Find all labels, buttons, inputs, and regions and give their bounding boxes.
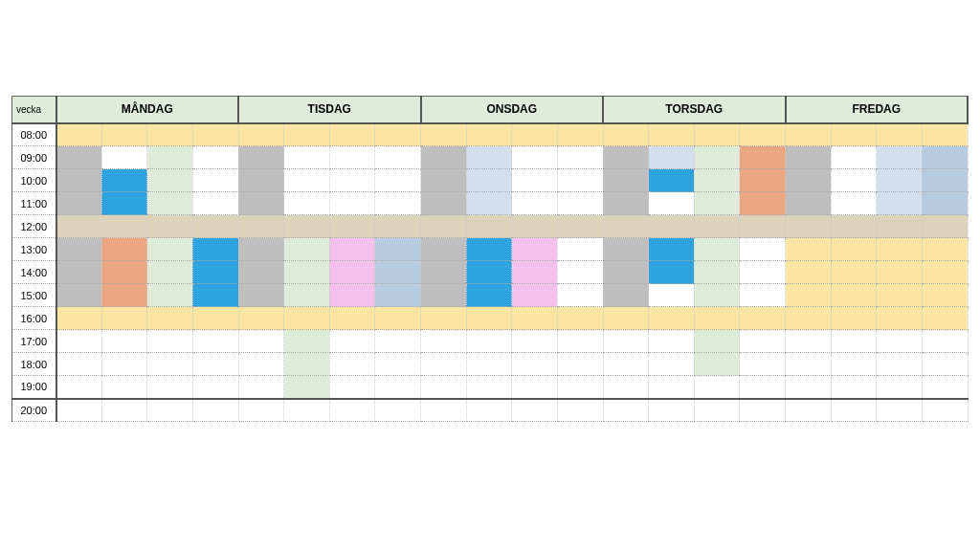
schedule-cell[interactable] [466,261,512,284]
schedule-cell[interactable] [740,192,786,215]
schedule-cell[interactable] [56,399,102,422]
schedule-cell[interactable] [147,330,193,353]
schedule-cell[interactable] [101,307,147,330]
schedule-cell[interactable] [101,215,147,238]
schedule-cell[interactable] [603,284,649,307]
schedule-cell[interactable] [649,192,695,215]
schedule-cell[interactable] [375,330,421,353]
schedule-cell[interactable] [694,215,740,238]
schedule-cell[interactable] [922,353,968,376]
schedule-cell[interactable] [649,399,695,422]
schedule-cell[interactable] [56,353,102,376]
schedule-cell[interactable] [101,376,147,399]
schedule-cell[interactable] [238,284,284,307]
schedule-cell[interactable] [238,261,284,284]
schedule-cell[interactable] [284,238,330,261]
schedule-cell[interactable] [192,123,238,146]
schedule-cell[interactable] [740,330,786,353]
schedule-cell[interactable] [284,284,330,307]
schedule-cell[interactable] [329,399,375,422]
schedule-cell[interactable] [740,399,786,422]
schedule-cell[interactable] [877,399,923,422]
schedule-cell[interactable] [877,215,923,238]
schedule-cell[interactable] [192,376,238,399]
schedule-cell[interactable] [192,261,238,284]
schedule-cell[interactable] [557,169,603,192]
schedule-cell[interactable] [740,146,786,169]
schedule-cell[interactable] [192,146,238,169]
schedule-cell[interactable] [512,238,558,261]
schedule-cell[interactable] [694,330,740,353]
schedule-cell[interactable] [649,146,695,169]
schedule-cell[interactable] [649,330,695,353]
schedule-cell[interactable] [284,169,330,192]
schedule-cell[interactable] [147,261,193,284]
schedule-cell[interactable] [101,238,147,261]
schedule-cell[interactable] [740,376,786,399]
schedule-cell[interactable] [786,192,832,215]
schedule-cell[interactable] [238,169,284,192]
schedule-cell[interactable] [421,284,467,307]
schedule-cell[interactable] [147,215,193,238]
schedule-cell[interactable] [649,307,695,330]
schedule-cell[interactable] [831,353,877,376]
schedule-cell[interactable] [466,123,512,146]
schedule-cell[interactable] [375,146,421,169]
schedule-cell[interactable] [694,146,740,169]
schedule-cell[interactable] [831,215,877,238]
schedule-cell[interactable] [512,169,558,192]
schedule-cell[interactable] [512,399,558,422]
schedule-cell[interactable] [512,192,558,215]
schedule-cell[interactable] [466,399,512,422]
schedule-cell[interactable] [740,123,786,146]
schedule-cell[interactable] [329,123,375,146]
schedule-cell[interactable] [421,192,467,215]
schedule-cell[interactable] [557,284,603,307]
schedule-cell[interactable] [466,146,512,169]
schedule-cell[interactable] [603,192,649,215]
schedule-cell[interactable] [284,261,330,284]
schedule-cell[interactable] [284,353,330,376]
schedule-cell[interactable] [101,284,147,307]
schedule-cell[interactable] [375,123,421,146]
schedule-cell[interactable] [375,261,421,284]
schedule-cell[interactable] [649,353,695,376]
schedule-cell[interactable] [512,215,558,238]
schedule-cell[interactable] [557,215,603,238]
schedule-cell[interactable] [238,192,284,215]
schedule-cell[interactable] [329,330,375,353]
schedule-cell[interactable] [557,261,603,284]
schedule-cell[interactable] [238,215,284,238]
schedule-cell[interactable] [421,399,467,422]
schedule-cell[interactable] [877,307,923,330]
schedule-cell[interactable] [512,376,558,399]
schedule-cell[interactable] [375,284,421,307]
schedule-cell[interactable] [786,353,832,376]
schedule-cell[interactable] [603,169,649,192]
schedule-cell[interactable] [238,146,284,169]
schedule-cell[interactable] [192,215,238,238]
schedule-cell[interactable] [56,330,102,353]
schedule-cell[interactable] [786,330,832,353]
schedule-cell[interactable] [740,169,786,192]
schedule-cell[interactable] [421,123,467,146]
schedule-cell[interactable] [649,215,695,238]
schedule-cell[interactable] [922,238,968,261]
schedule-cell[interactable] [694,238,740,261]
schedule-cell[interactable] [831,146,877,169]
schedule-cell[interactable] [786,238,832,261]
schedule-cell[interactable] [329,215,375,238]
schedule-cell[interactable] [147,307,193,330]
schedule-cell[interactable] [101,330,147,353]
schedule-cell[interactable] [922,284,968,307]
schedule-cell[interactable] [786,399,832,422]
schedule-cell[interactable] [877,284,923,307]
schedule-cell[interactable] [603,330,649,353]
schedule-cell[interactable] [56,307,102,330]
schedule-cell[interactable] [831,330,877,353]
schedule-cell[interactable] [147,353,193,376]
schedule-cell[interactable] [740,261,786,284]
schedule-cell[interactable] [56,284,102,307]
schedule-cell[interactable] [101,146,147,169]
schedule-cell[interactable] [375,376,421,399]
